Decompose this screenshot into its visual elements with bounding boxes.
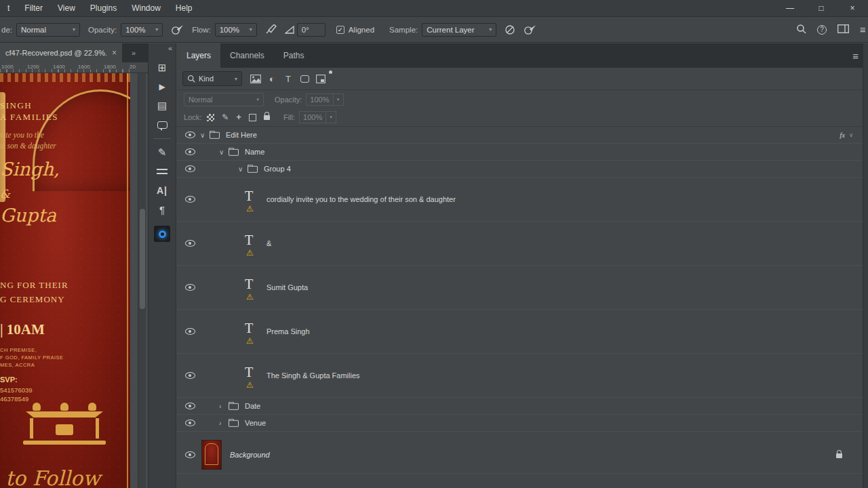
document-tab[interactable]: cf47-Recovered.psd @ 22.9%... × — [0, 43, 122, 62]
menu-item-cut[interactable]: t — [0, 0, 17, 16]
actions-panel-icon[interactable]: ▶ — [148, 77, 176, 96]
layer-row-text-amp[interactable]: T ⚠ & — [177, 222, 863, 266]
visibility-toggle[interactable] — [182, 131, 197, 138]
layer-name[interactable]: Group 4 — [264, 165, 291, 173]
tab-channels[interactable]: Channels — [220, 43, 274, 68]
opacity-dropdown[interactable]: 100% ▾ — [121, 23, 163, 37]
document-canvas[interactable]: SINGH A FAMILIES vite you to the ir son … — [0, 73, 130, 488]
airbrush-icon[interactable] — [265, 23, 277, 37]
missing-font-warning-icon[interactable]: ⚠ — [246, 292, 254, 302]
visibility-toggle[interactable] — [182, 148, 197, 155]
missing-font-warning-icon[interactable]: ⚠ — [246, 380, 254, 390]
expand-chevron-icon[interactable]: ∨ — [238, 165, 243, 173]
help-icon[interactable]: ? — [817, 25, 827, 35]
visibility-toggle[interactable] — [182, 403, 197, 409]
filter-kind-dropdown[interactable]: Kind ▾ — [182, 71, 242, 86]
layer-name[interactable]: Name — [245, 148, 264, 156]
ignore-adjustment-layers-icon[interactable] — [505, 23, 515, 37]
tab-close-icon[interactable]: × — [112, 48, 117, 58]
aligned-checkbox[interactable]: ✓ — [336, 26, 344, 34]
layer-row-group-4[interactable]: ∨ Group 4 — [177, 161, 863, 178]
scrollbar-thumb[interactable] — [140, 209, 145, 309]
visibility-toggle[interactable] — [182, 451, 197, 458]
lock-transparency-icon[interactable] — [207, 114, 214, 121]
frames-panel-icon[interactable]: ⊞ — [148, 58, 176, 77]
tab-paths[interactable]: Paths — [274, 43, 314, 68]
lock-all-icon[interactable] — [264, 115, 270, 120]
layer-row-date-group[interactable]: › Date — [177, 398, 863, 415]
layer-row-text-sumit-gupta[interactable]: T ⚠ Sumit Gupta — [177, 266, 863, 310]
expand-chevron-icon[interactable]: › — [219, 420, 221, 427]
filter-pixel-layers-icon[interactable] — [248, 71, 264, 86]
text-layer-thumbnail[interactable]: T — [245, 188, 253, 204]
visibility-toggle[interactable] — [182, 165, 197, 172]
close-button[interactable]: × — [837, 0, 868, 16]
filter-type-layers-icon[interactable]: T — [280, 71, 296, 86]
maximize-button[interactable]: □ — [806, 0, 837, 16]
visibility-toggle[interactable] — [182, 420, 197, 426]
layer-name[interactable]: Date — [245, 402, 260, 410]
menu-item-window[interactable]: Window — [124, 0, 168, 16]
text-layer-thumbnail[interactable]: T — [245, 277, 253, 292]
collapse-panels-icon[interactable]: « — [168, 44, 172, 52]
overflow-menu-icon[interactable]: ≡ — [860, 24, 865, 35]
missing-font-warning-icon[interactable]: ⚠ — [246, 248, 254, 258]
panel-menu-icon[interactable]: ≡ — [852, 43, 859, 68]
paragraph-panel-icon[interactable]: ¶ — [148, 200, 176, 219]
minimize-button[interactable]: — — [774, 0, 806, 16]
expand-chevron-icon[interactable]: ∨ — [219, 148, 224, 156]
layer-name[interactable]: Sumit Gupta — [267, 283, 308, 291]
layer-thumbnail[interactable] — [201, 440, 222, 470]
visibility-toggle[interactable] — [182, 372, 197, 379]
expand-chevron-icon[interactable]: ∨ — [200, 131, 205, 139]
layer-name[interactable]: cordially invite you to the wedding of t… — [267, 195, 456, 203]
pressure-opacity-icon[interactable] — [171, 23, 184, 37]
angle-input[interactable]: 0° — [297, 23, 326, 37]
layer-row-text-invite[interactable]: T ⚠ cordially invite you to the wedding … — [177, 178, 863, 222]
layer-row-edit-here[interactable]: ∨ Edit Here fx ∨ — [177, 127, 863, 144]
character-panel-icon[interactable]: A| — [148, 181, 176, 200]
visibility-toggle[interactable] — [182, 328, 197, 335]
visibility-toggle[interactable] — [182, 284, 197, 291]
sync-status-badge[interactable] — [154, 226, 170, 242]
visibility-toggle[interactable] — [182, 240, 197, 247]
visibility-toggle[interactable] — [182, 196, 197, 203]
layer-row-text-families[interactable]: T ⚠ The Singh & Gupta Families — [177, 354, 863, 398]
comments-panel-icon[interactable] — [148, 115, 176, 134]
layer-name[interactable]: The Singh & Gupta Families — [267, 371, 360, 380]
layer-name[interactable]: Background — [230, 451, 270, 459]
swatches-panel-icon[interactable]: ▤ — [148, 96, 176, 115]
flow-dropdown[interactable]: 100% ▾ — [215, 23, 257, 37]
workspace-panel-icon[interactable] — [837, 24, 849, 35]
adjustments-panel-icon[interactable] — [148, 162, 176, 181]
layer-effects-badge[interactable]: fx ∨ — [840, 131, 853, 139]
layer-row-text-prema-singh[interactable]: T ⚠ Prema Singh — [177, 310, 863, 354]
missing-font-warning-icon[interactable]: ⚠ — [246, 336, 254, 346]
filter-shape-layers-icon[interactable] — [296, 71, 313, 86]
fx-chevron-icon[interactable]: ∨ — [849, 132, 853, 138]
pressure-size-icon[interactable] — [524, 23, 536, 37]
panel-scroll-gutter[interactable] — [863, 43, 868, 488]
filter-toggle-dot-icon[interactable] — [329, 70, 332, 74]
blend-mode-dropdown[interactable]: Normal ▾ — [16, 23, 80, 37]
layer-row-name-group[interactable]: ∨ Name — [177, 144, 863, 161]
filter-adjustment-layers-icon[interactable]: ◐ — [264, 71, 280, 86]
filter-smart-objects-icon[interactable] — [313, 71, 329, 86]
lock-pixels-icon[interactable]: ✎ — [222, 113, 229, 122]
menu-item-plugins[interactable]: Plugins — [83, 0, 124, 16]
menu-item-help[interactable]: Help — [168, 0, 200, 16]
search-icon[interactable] — [796, 24, 806, 35]
menu-item-filter[interactable]: Filter — [17, 0, 50, 16]
text-layer-thumbnail[interactable]: T — [245, 232, 253, 248]
tab-overflow-icon[interactable]: » — [132, 49, 134, 57]
text-layer-thumbnail[interactable]: T — [245, 365, 253, 380]
canvas-vertical-scrollbar[interactable] — [138, 73, 146, 488]
text-layer-thumbnail[interactable]: T — [245, 321, 253, 336]
lock-position-icon[interactable]: + — [236, 114, 241, 121]
layer-row-background[interactable]: Background — [177, 436, 863, 474]
layer-name[interactable]: Venue — [245, 419, 266, 427]
layer-row-venue-group[interactable]: › Venue — [177, 415, 863, 432]
layer-name[interactable]: Edit Here — [226, 131, 257, 139]
expand-chevron-icon[interactable]: › — [219, 403, 221, 410]
sample-dropdown[interactable]: Current Layer ▾ — [422, 23, 496, 37]
